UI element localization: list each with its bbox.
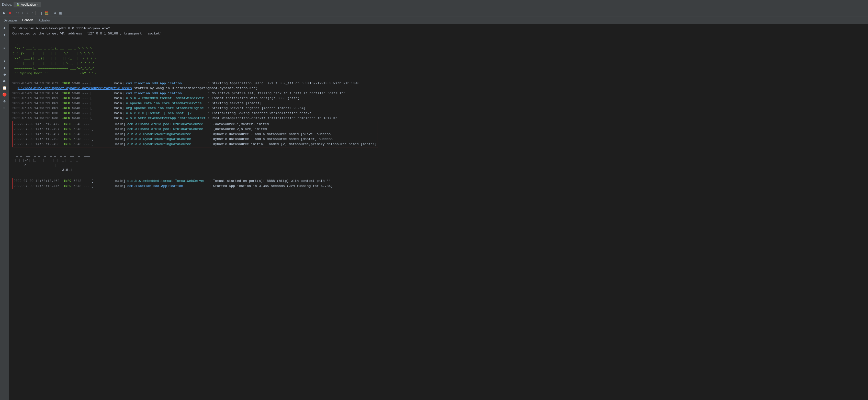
log-line-12: 2022-07-09 14:53:12.498 INFO 5348 --- [ … [13, 137, 377, 142]
log-line-9: 2022-07-09 14:53:12.472 INFO 5348 --- [ … [13, 122, 377, 127]
resume-button[interactable]: ▶ [2, 10, 7, 15]
spring-banner-4: \\/ ___)| |_)| | | | | || (_| | ) ) ) ) [12, 56, 865, 61]
up-btn[interactable]: ⬆ [1, 58, 8, 64]
error-btn[interactable]: 🔴 [1, 92, 8, 98]
spring-boot-label: :: Spring Boot :: (v2.7.1) [12, 71, 865, 76]
log-line-final-2: 2022-07-09 14:53:13.475 INFO 5348 --- [ … [13, 184, 333, 189]
spring-icon: 🍃 [16, 3, 20, 6]
log-line-1: 2022-07-09 14:53:10.671 INFO 5348 --- [ … [12, 81, 865, 86]
java-exe-line: "C:\Program Files\Java\jdk1.8.0_111\bin\… [12, 26, 865, 31]
final-highlighted-section: 2022-07-09 14:53:13.462 INFO 5348 --- [ … [12, 178, 334, 189]
down-btn[interactable]: ⬇ [1, 65, 8, 71]
step-over-button[interactable]: ↷ [16, 10, 20, 15]
blank-1 [12, 36, 865, 41]
spring-banner-3: ( ( )\___ | '_ | '_| | '_ \/ _` | \ \ \ … [12, 51, 865, 56]
log-line-3: 2022-07-09 14:53:10.674 INFO 5348 --- [ … [12, 91, 865, 96]
first-btn[interactable]: ⏮ [1, 71, 8, 78]
mybatis-banner-2: | | |\/| |_| | | | | |_| |_| _ | [12, 158, 865, 163]
evaluate-button[interactable]: 🧮 [43, 10, 50, 15]
log-line-13: 2022-07-09 14:53:12.498 INFO 5348 --- [ … [13, 142, 377, 147]
layout-button[interactable]: ▦ [58, 10, 63, 15]
mybatis-version: 3.5.1 [12, 168, 865, 173]
console-toolbar: Debugger Console Actuator [0, 17, 868, 24]
blank-3 [12, 147, 865, 153]
tab-console[interactable]: Console [20, 18, 35, 23]
step-into-button[interactable]: ↓ [21, 10, 25, 15]
scroll-down-btn[interactable]: ▼ [1, 32, 8, 38]
spring-banner-1: . ____ _ __ _ _ [12, 41, 865, 46]
step-out-button[interactable]: ↑ [30, 10, 34, 15]
blank-4 [12, 173, 865, 178]
force-step-into-button[interactable]: ⇓ [25, 10, 30, 15]
toolbar-separator-1 [14, 11, 14, 15]
log-line-7: 2022-07-09 14:53:12.038 INFO 5348 --- [ … [12, 111, 865, 116]
spring-banner-5: ' |____| .__|_| |_|_| |_\__, | / / / / [12, 61, 865, 66]
application-tab[interactable]: 🍃 Application × [13, 2, 41, 7]
debug-toolbar: ▶ ⏹ ↷ ↓ ⇓ ↑ →| 🧮 ⚙ ▦ [0, 9, 868, 17]
pause-btn[interactable]: ⏸ [1, 38, 8, 44]
left-panel: ▲ ▼ ⏸ ≡ — ⬆ ⬇ ⏮ ⏭ 📋 🔴 ⚙ ✕ [0, 24, 9, 400]
blank-2 [12, 76, 865, 81]
collapse-btn[interactable]: — [1, 52, 8, 58]
class-path-link[interactable]: D:\idea\mine\springboot-dynamic-datasour… [18, 86, 132, 90]
top-bar: Debug: 🍃 Application × [0, 0, 868, 9]
log-line-8: 2022-07-09 14:53:12.038 INFO 5348 --- [ … [12, 116, 865, 121]
log-line-10: 2022-07-09 14:53:12.497 INFO 5348 --- [ … [13, 127, 377, 132]
scroll-up-btn[interactable]: ▲ [1, 25, 8, 31]
connected-line: Connected to the target VM, address: '12… [12, 31, 865, 36]
tab-label: Application [21, 3, 36, 6]
last-btn[interactable]: ⏭ [1, 78, 8, 84]
toolbar-separator-3 [51, 11, 51, 15]
debug-label: Debug: [2, 3, 12, 6]
console-output[interactable]: "C:\Program Files\Java\jdk1.8.0_111\bin\… [9, 24, 868, 400]
tab-debugger[interactable]: Debugger [2, 18, 19, 23]
menu-btn[interactable]: ≡ [1, 45, 8, 51]
config-btn[interactable]: ⚙ [1, 98, 8, 104]
log-line-11: 2022-07-09 14:53:12.497 INFO 5348 --- [ … [13, 132, 377, 137]
run-to-cursor-button[interactable]: →| [37, 10, 43, 15]
copy-btn[interactable]: 📋 [1, 85, 8, 91]
log-line-6: 2022-07-09 14:53:11.861 INFO 5348 --- [ … [12, 106, 865, 111]
log-line-2: (D:\idea\mine\springboot-dynamic-datasou… [12, 86, 865, 91]
mybatis-banner-1: _ _ __ _ _ _ _ _ _ _ __ _ ___ [12, 153, 865, 158]
mybatis-banner-3: / | [12, 163, 865, 168]
stop-button[interactable]: ⏹ [7, 10, 12, 15]
tab-actuator[interactable]: Actuator [37, 18, 52, 23]
spring-banner-2: /\\ / ___'_ __ _ _(_)_ __ __ _ \ \ \ \ [12, 46, 865, 51]
settings-button[interactable]: ⚙ [53, 10, 58, 15]
highlighted-section: 2022-07-09 14:53:12.472 INFO 5348 --- [ … [12, 121, 378, 147]
spring-banner-6: =========|_|===============|___/=/_/_/_/ [12, 66, 865, 71]
tab-close-icon[interactable]: × [37, 3, 38, 6]
log-line-4: 2022-07-09 14:53:11.851 INFO 5348 --- [ … [12, 96, 865, 101]
close-btn[interactable]: ✕ [1, 105, 8, 111]
log-line-final-1: 2022-07-09 14:53:13.462 INFO 5348 --- [ … [13, 178, 333, 184]
log-line-5: 2022-07-09 14:53:11.861 INFO 5348 --- [ … [12, 101, 865, 106]
